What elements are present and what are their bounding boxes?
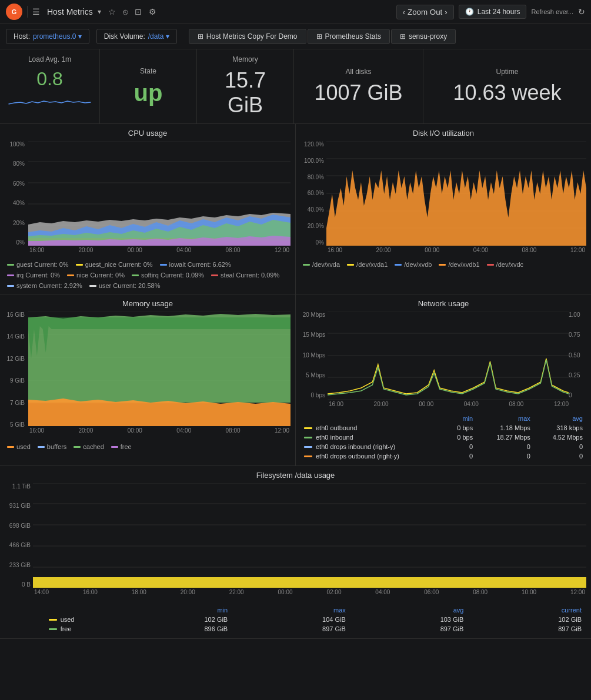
user-color <box>89 285 96 287</box>
memory-value: 15.7 GiB <box>205 68 285 118</box>
legend-buffers: buffers <box>38 443 66 450</box>
network-x-labels: 16:00 20:00 00:00 04:00 08:00 12:00 <box>328 401 586 407</box>
memory-network-row: Memory usage 16 GiB 14 GiB 12 GiB 9 GiB … <box>0 294 591 466</box>
tab-sensu-proxy[interactable]: ⊞ sensu-proxy <box>391 29 456 44</box>
net-legend-row-drops-out: eth0 drops outbound (right-y) 0 0 0 <box>300 451 586 461</box>
load-sparkline <box>8 93 91 111</box>
load-avg-title: Load Avg. 1m <box>8 55 91 63</box>
cpu-panel: CPU usage 100% 80% 60% 40% 20% 0% <box>0 124 296 294</box>
all-disks-value: 1007 GiB <box>302 81 415 105</box>
filesystem-panel: Filesystem /data usage 1.1 TiB 931 GiB 6… <box>0 466 591 638</box>
zoom-out-button[interactable]: ‹ Zoom Out › <box>396 5 454 19</box>
cpu-chart-svg <box>28 141 291 246</box>
menu-icon[interactable]: ☰ <box>32 7 40 16</box>
top-bar: G ☰ Host Metrics ▾ ☆ ⎋ ⊡ ⚙ ‹ Zoom Out › … <box>0 0 591 24</box>
time-range-selector[interactable]: 🕐 Last 24 hours <box>459 5 527 19</box>
memory-legend: used buffers cached free <box>5 443 291 450</box>
state-title: State <box>108 67 188 75</box>
legend-system: system Current: 2.92% <box>7 282 82 289</box>
guest-nice-color <box>76 264 83 266</box>
legend-irq: irq Current: 0% <box>7 272 60 279</box>
nice-color <box>67 274 74 276</box>
save-icon[interactable]: ⊡ <box>135 7 142 16</box>
filesystem-chart-svg <box>33 483 586 588</box>
memory-chart-svg <box>28 312 291 426</box>
memory-x-labels: 16:00 20:00 00:00 04:00 08:00 12:00 <box>28 427 291 434</box>
memory-panel-chart: Memory usage 16 GiB 14 GiB 12 GiB 9 GiB … <box>0 294 296 465</box>
cpu-chart-title: CPU usage <box>5 129 291 138</box>
cpu-x-labels: 16:00 20:00 00:00 04:00 08:00 12:00 <box>28 247 291 253</box>
svg-text:G: G <box>12 8 17 15</box>
disk-io-title: Disk I/O utilization <box>300 129 586 138</box>
network-chart-svg <box>328 312 569 400</box>
iowait-color <box>160 264 167 266</box>
state-panel: State up <box>100 49 197 123</box>
clock-icon: 🕐 <box>465 8 474 16</box>
dashboard-title-arrow: ▾ <box>98 8 101 16</box>
refresh-text: Refresh ever... <box>531 8 573 15</box>
uptime-value: 10.63 week <box>432 81 583 105</box>
share-icon[interactable]: ⎋ <box>123 7 128 16</box>
svg-marker-19 <box>326 170 586 246</box>
all-disks-panel: All disks 1007 GiB <box>294 49 423 123</box>
svg-marker-40 <box>33 577 586 588</box>
filesystem-x-labels: 14:00 16:00 18:00 20:00 22:00 00:00 02:0… <box>33 589 586 595</box>
steal-color <box>211 274 218 276</box>
uptime-panel: Uptime 10.63 week <box>423 49 591 123</box>
load-avg-panel: Load Avg. 1m 0.8 <box>0 49 100 123</box>
legend-free-mem: free <box>111 443 132 450</box>
stat-panels-row: Load Avg. 1m 0.8 State up Memory 15.7 Gi… <box>0 49 591 124</box>
tab-prometheus-stats[interactable]: ⊞ Prometheus Stats <box>308 29 390 44</box>
legend-softirq: softirq Current: 0.09% <box>132 272 204 279</box>
filesystem-row: Filesystem /data usage 1.1 TiB 931 GiB 6… <box>0 466 591 639</box>
disk-io-x-labels: 16:00 20:00 00:00 04:00 08:00 12:00 <box>326 247 586 253</box>
legend-user: user Current: 20.58% <box>89 282 161 289</box>
refresh-icon[interactable]: ↻ <box>578 7 585 16</box>
dashboard-tabs: ⊞ Host Metrics Copy For Demo ⊞ Prometheu… <box>189 29 456 44</box>
net-legend-row-drops-in: eth0 drops inbound (right-y) 0 0 0 <box>300 442 586 451</box>
legend-guest: guest Current: 0% <box>7 261 69 268</box>
nav-bar: Host: prometheus.0 ▾ Disk Volume: /data … <box>0 24 591 49</box>
filesystem-legend-table: min max avg current used 102 GiB 104 GiB… <box>5 605 586 634</box>
cpu-y-labels: 100% 80% 60% 40% 20% 0% <box>5 141 27 246</box>
dashboard-title: Host Metrics <box>47 7 93 16</box>
memory-chart-title: Memory usage <box>5 299 291 308</box>
legend-nice: nice Current: 0% <box>67 272 125 279</box>
grid-icon: ⊞ <box>198 32 203 41</box>
network-y-labels-right: 1.00 0.75 0.50 0.25 0 <box>569 312 586 398</box>
all-disks-title: All disks <box>302 68 415 76</box>
network-y-labels-left: 20 Mbps 15 Mbps 10 Mbps 5 Mbps 0 bps <box>300 312 328 398</box>
grafana-logo: G <box>6 4 22 20</box>
legend-guest-nice: guest_nice Current: 0% <box>76 261 153 268</box>
settings-icon[interactable]: ⚙ <box>149 7 156 16</box>
legend-xvda: /dev/xvda <box>303 261 340 268</box>
legend-xvdc: /dev/xvdc <box>487 261 523 268</box>
softirq-color <box>132 274 139 276</box>
load-avg-value: 0.8 <box>8 68 91 90</box>
legend-xvdb1: /dev/xvdb1 <box>439 261 479 268</box>
star-icon[interactable]: ☆ <box>108 7 116 16</box>
guest-color <box>7 264 14 266</box>
cpu-legend: guest Current: 0% guest_nice Current: 0%… <box>5 261 291 289</box>
system-color <box>7 285 14 287</box>
disk-volume-selector[interactable]: Disk Volume: /data ▾ <box>96 29 177 44</box>
grid-icon-2: ⊞ <box>316 32 322 41</box>
net-legend-row-outbound: eth0 outbound 0 bps 1.18 Mbps 318 kbps <box>300 423 586 433</box>
svg-marker-27 <box>28 398 291 426</box>
legend-iowait: iowait Current: 6.62% <box>160 261 231 268</box>
legend-xvda1: /dev/xvda1 <box>347 261 388 268</box>
disk-io-svg <box>326 141 586 246</box>
filesystem-chart-title: Filesystem /data usage <box>5 471 586 480</box>
legend-xvdb: /dev/xvdb <box>395 261 432 268</box>
legend-steal: steal Current: 0.09% <box>211 272 279 279</box>
filesystem-y-labels: 1.1 TiB 931 GiB 698 GiB 466 GiB 233 GiB … <box>5 483 33 588</box>
grid-icon-3: ⊞ <box>400 32 406 41</box>
host-selector[interactable]: Host: prometheus.0 ▾ <box>6 29 89 44</box>
memory-panel: Memory 15.7 GiB <box>197 49 294 123</box>
chevron-left-icon: ‹ <box>403 8 405 16</box>
memory-y-labels: 16 GiB 14 GiB 12 GiB 9 GiB 7 GiB 5 GiB <box>5 312 27 428</box>
tab-host-metrics-copy[interactable]: ⊞ Host Metrics Copy For Demo <box>189 29 306 44</box>
network-legend-table: min max avg eth0 outbound 0 bps 1.18 Mbp… <box>300 414 586 461</box>
fs-legend-row-used: used 102 GiB 104 GiB 103 GiB 102 GiB <box>5 615 586 624</box>
memory-title: Memory <box>205 55 285 63</box>
